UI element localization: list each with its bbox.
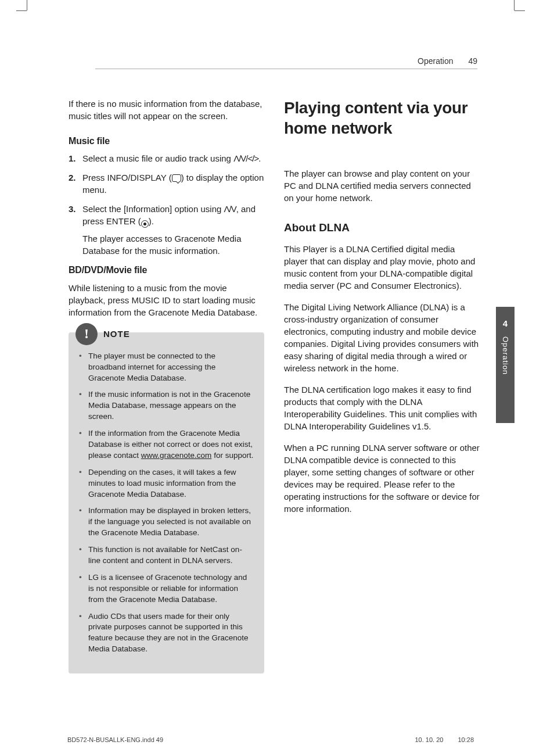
- note-title: NOTE: [103, 328, 130, 340]
- page-footer: BD572-N-BUSALLK-ENG.indd 49 10. 10. 20 1…: [67, 736, 474, 744]
- header-rule: [95, 69, 477, 69]
- right-intro: The player can browse and play content o…: [284, 167, 480, 204]
- step-3: Select the [Information] option using Λ/…: [69, 203, 264, 257]
- dlna-para: The Digital Living Network Alliance (DLN…: [284, 301, 480, 374]
- note-item: If the music information is not in the G…: [79, 389, 254, 422]
- bd-dvd-text: While listening to a music from the movi…: [69, 282, 264, 318]
- note-item: The player must be connected to the broa…: [79, 351, 254, 384]
- note-item: Depending on the cases, it will takes a …: [79, 467, 254, 500]
- gracenote-link[interactable]: www.gracenote.com: [141, 451, 212, 460]
- running-header: Operation 49: [418, 56, 477, 67]
- info-display-icon: [172, 174, 181, 182]
- about-dlna-heading: About DLNA: [284, 220, 480, 236]
- note-item: Information may be displayed in broken l…: [79, 506, 254, 539]
- bd-dvd-heading: BD/DVD/Movie file: [69, 264, 264, 277]
- manual-page: Operation 49 4 Operation If there is no …: [27, 10, 515, 756]
- note-item: This function is not available for NetCa…: [79, 544, 254, 567]
- note-box: ! NOTE The player must be connected to t…: [69, 332, 264, 673]
- music-file-heading: Music file: [69, 135, 264, 148]
- page-number: 49: [468, 56, 477, 66]
- note-item: LG is a licensee of Gracenote technology…: [79, 572, 254, 605]
- enter-icon: [141, 220, 149, 228]
- footer-time: 10:28: [458, 736, 474, 743]
- note-icon: !: [75, 323, 98, 345]
- side-tab: 4 Operation: [496, 307, 515, 423]
- note-list: The player must be connected to the broa…: [79, 351, 254, 655]
- step-3-extra: The player accesses to Gracenote Media D…: [82, 232, 264, 257]
- dlna-para: When a PC running DLNA server software o…: [284, 442, 480, 515]
- nav-arrows-icon: Λ/V/</>: [233, 153, 258, 163]
- music-file-steps: Select a music file or audio track using…: [69, 152, 264, 257]
- section-title: Playing content via your home network: [284, 98, 480, 138]
- left-column: If there is no music information from th…: [69, 98, 264, 673]
- chapter-number: 4: [503, 317, 508, 329]
- section-name: Operation: [418, 56, 453, 66]
- footer-filename: BD572-N-BUSALLK-ENG.indd 49: [67, 736, 163, 744]
- footer-date: 10. 10. 20: [415, 736, 443, 743]
- dlna-para: The DLNA certification logo makes it eas…: [284, 384, 480, 432]
- intro-text: If there is no music information from th…: [69, 98, 264, 122]
- note-item: Audio CDs that users made for their only…: [79, 611, 254, 655]
- side-tab-label: Operation: [500, 336, 510, 375]
- up-down-icon: Λ/V: [224, 204, 236, 214]
- step-2: Press INFO/DISPLAY () to display the opt…: [69, 171, 264, 196]
- right-column: Playing content via your home network Th…: [284, 98, 480, 673]
- step-1: Select a music file or audio track using…: [69, 152, 264, 164]
- note-item: If the information from the Gracenote Me…: [79, 428, 254, 461]
- dlna-para: This Player is a DLNA Certified digital …: [284, 243, 480, 292]
